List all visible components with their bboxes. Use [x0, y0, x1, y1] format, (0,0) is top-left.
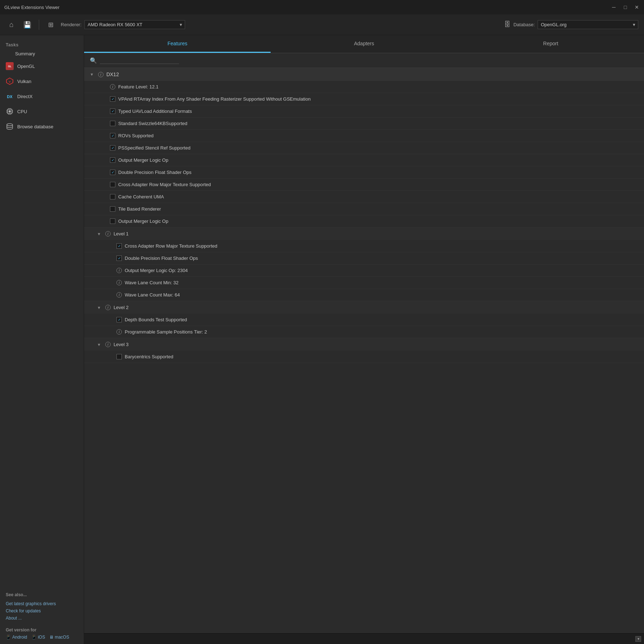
get-drivers-link[interactable]: Get latest graphics drivers — [6, 600, 78, 607]
cache-coherent-text: Cache Coherent UMA — [118, 194, 164, 199]
scroll-down-button[interactable]: ▾ — [635, 636, 641, 642]
output-merger-l1-info-icon — [116, 268, 122, 273]
level2-label: Level 2 — [114, 305, 129, 310]
ios-link[interactable]: 📱 iOS — [31, 635, 45, 640]
dx12-arrow-icon: ▼ — [90, 72, 94, 77]
minimize-button[interactable]: ─ — [611, 4, 617, 10]
sidebar-label-cpu: CPU — [17, 109, 27, 114]
double-precision-l1-checkbox[interactable] — [116, 256, 122, 261]
macos-icon: 🖥 — [49, 635, 54, 640]
feature-item-cross-adapter: Cross Adapter Row Major Texture Supporte… — [84, 179, 644, 191]
double-precision-text: Double Precision Float Shader Ops — [118, 170, 192, 175]
cpu-icon — [6, 107, 14, 115]
toolbar: ⌂ 💾 ⊞ Renderer: AMD Radeon RX 5600 XT 🗄 … — [0, 14, 644, 35]
feature-item-psspecified: PSSpecified Stencil Ref Supported — [84, 142, 644, 154]
vpand-text: VPAnd RTArray Index From Any Shader Feed… — [118, 96, 310, 102]
tasks-label: Tasks — [0, 38, 84, 49]
dx12-label: DX12 — [106, 72, 119, 77]
save-button[interactable]: 💾 — [22, 19, 33, 31]
renderer-select-wrapper[interactable]: AMD Radeon RX 5600 XT — [84, 20, 185, 29]
version-platforms: 📱 Android 📱 iOS 🖥 macOS — [6, 635, 78, 640]
barycentrics-l3-checkbox[interactable] — [116, 354, 122, 359]
sidebar-item-opengl[interactable]: GL OpenGL — [0, 59, 84, 74]
subgroup-header-level2[interactable]: ▼ Level 2 — [84, 301, 644, 314]
typed-uavload-checkbox[interactable] — [110, 109, 115, 114]
depth-bounds-l2-checkbox[interactable] — [116, 317, 122, 322]
maximize-button[interactable]: □ — [622, 4, 628, 10]
group-header-dx12[interactable]: ▼ DX12 — [84, 68, 644, 81]
features-list[interactable]: ▼ DX12 Feature Level: 12.1 VPAnd RTArray… — [84, 68, 644, 633]
see-also-section: See also... Get latest graphics drivers … — [0, 586, 84, 627]
subgroup-header-level1[interactable]: ▼ Level 1 — [84, 227, 644, 240]
subgroup-header-level3[interactable]: ▼ Level 3 — [84, 338, 644, 351]
psspecified-text: PSSpecified Stencil Ref Supported — [118, 145, 190, 151]
directx-icon: DX — [6, 92, 14, 100]
tabs-bar: Features Adapters Report — [84, 35, 644, 53]
database-select-wrapper[interactable]: OpenGL.org — [538, 20, 638, 29]
check-updates-link[interactable]: Check for updates — [6, 607, 78, 615]
database-icon: 🗄 — [504, 21, 511, 28]
sidebar-item-directx[interactable]: DX DirectX — [0, 89, 84, 104]
cache-coherent-checkbox[interactable] — [110, 194, 115, 199]
cross-adapter-checkbox[interactable] — [110, 182, 115, 187]
sidebar: Tasks Summary GL OpenGL V Vulkan DX — [0, 35, 84, 644]
tab-features[interactable]: Features — [84, 35, 271, 53]
feature-item-barycentrics-l3: Barycentrics Supported — [84, 351, 644, 363]
main-layout: Tasks Summary GL OpenGL V Vulkan DX — [0, 35, 644, 644]
grid-icon-button[interactable]: ⊞ — [45, 19, 56, 31]
tab-report[interactable]: Report — [457, 35, 644, 53]
cross-adapter-l1-checkbox[interactable] — [116, 243, 122, 249]
renderer-section: Renderer: AMD Radeon RX 5600 XT — [61, 20, 500, 29]
sidebar-item-vulkan[interactable]: V Vulkan — [0, 74, 84, 89]
feature-level-text: Feature Level: 12.1 — [118, 84, 158, 89]
depth-bounds-l2-text: Depth Bounds Test Supported — [125, 317, 187, 322]
dx12-info-icon — [98, 72, 104, 77]
about-link[interactable]: About ... — [6, 615, 78, 622]
cross-adapter-text: Cross Adapter Row Major Texture Supporte… — [118, 182, 211, 187]
wave-max-l1-info-icon — [116, 292, 122, 298]
search-icon: 🔍 — [90, 57, 97, 64]
standard-swizzle-checkbox[interactable] — [110, 121, 115, 126]
tab-adapters[interactable]: Adapters — [271, 35, 457, 53]
level3-arrow-icon: ▼ — [97, 342, 101, 347]
double-precision-l1-text: Double Precision Float Shader Ops — [125, 256, 198, 261]
macos-link[interactable]: 🖥 macOS — [49, 635, 69, 640]
vpand-checkbox[interactable] — [110, 96, 115, 102]
level1-info-icon — [105, 231, 111, 236]
save-icon: 💾 — [23, 21, 31, 29]
android-link[interactable]: 📱 Android — [6, 635, 27, 640]
rovs-checkbox[interactable] — [110, 133, 115, 138]
sidebar-summary[interactable]: Summary — [0, 49, 84, 59]
output-merger-checkbox[interactable] — [110, 157, 115, 163]
home-icon: ⌂ — [9, 20, 14, 29]
browse-database-icon — [6, 123, 14, 130]
output-merger-2-text: Output Merger Logic Op — [118, 218, 168, 224]
svg-rect-4 — [9, 110, 11, 112]
renderer-select[interactable]: AMD Radeon RX 5600 XT — [84, 20, 185, 29]
output-merger-text: Output Merger Logic Op — [118, 157, 168, 163]
svg-point-17 — [7, 124, 13, 126]
home-button[interactable]: ⌂ — [6, 19, 17, 31]
vulkan-icon: V — [6, 77, 14, 85]
sidebar-item-browse-database[interactable]: Browse database — [0, 119, 84, 134]
app-title: GLview Extensions Viewer — [4, 5, 60, 10]
level3-label: Level 3 — [114, 342, 129, 347]
feature-item-cross-adapter-l1: Cross Adapter Row Major Texture Supporte… — [84, 240, 644, 252]
rovs-text: ROVs Supported — [118, 133, 153, 138]
database-select[interactable]: OpenGL.org — [538, 20, 638, 29]
close-button[interactable]: ✕ — [634, 4, 640, 10]
feature-item-double-precision: Double Precision Float Shader Ops — [84, 166, 644, 179]
double-precision-checkbox[interactable] — [110, 170, 115, 175]
feature-item-rovs: ROVs Supported — [84, 130, 644, 142]
search-input[interactable] — [100, 57, 179, 64]
psspecified-checkbox[interactable] — [110, 145, 115, 151]
sidebar-label-browse-database: Browse database — [17, 124, 53, 129]
sidebar-item-cpu[interactable]: CPU — [0, 104, 84, 119]
feature-item-wave-max-l1: Wave Lane Count Max: 64 — [84, 289, 644, 301]
output-merger-2-checkbox[interactable] — [110, 218, 115, 224]
tile-based-checkbox[interactable] — [110, 206, 115, 212]
feature-item-cache-coherent: Cache Coherent UMA — [84, 191, 644, 203]
feature-item-depth-bounds-l2: Depth Bounds Test Supported — [84, 314, 644, 326]
feature-item-output-merger-2: Output Merger Logic Op — [84, 215, 644, 227]
svg-text:V: V — [9, 80, 11, 83]
